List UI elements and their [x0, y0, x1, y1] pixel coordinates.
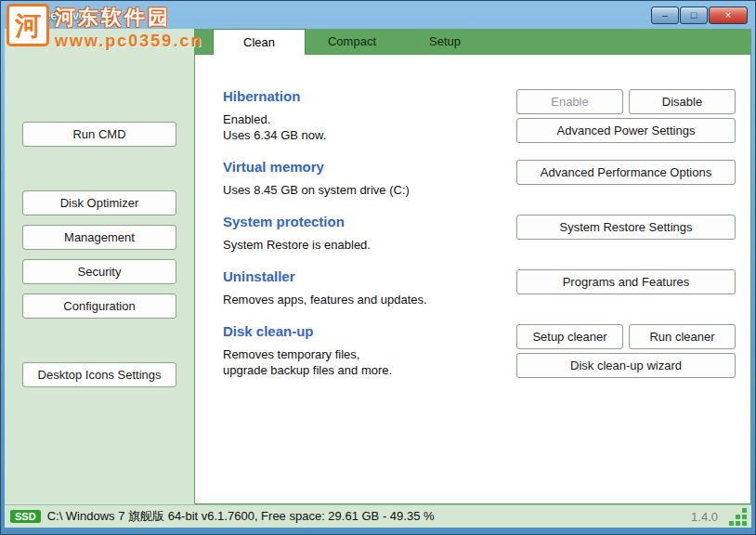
- uninstaller-section: Uninstaller Removes apps, features and u…: [223, 268, 736, 307]
- hibernation-section: Hibernation Enabled. Uses 6.34 GB now. E…: [223, 88, 736, 143]
- system-restore-status-text: System Restore is enabled.: [223, 237, 507, 253]
- disk-cleanup-wizard-button[interactable]: Disk clean-up wizard: [516, 353, 736, 378]
- hibernation-usage-text: Uses 6.34 GB now.: [223, 127, 507, 143]
- window-controls: – □ ×: [650, 7, 748, 24]
- section-title-virtual-memory: Virtual memory: [223, 159, 507, 175]
- enable-hibernation-button[interactable]: Enable: [516, 89, 623, 114]
- virtual-memory-usage-text: Uses 8.45 GB on system drive (C:): [223, 182, 507, 198]
- tab-clean[interactable]: Clean: [213, 29, 306, 55]
- disk-cleanup-section: Disk clean-up Removes temporary files, u…: [223, 323, 736, 378]
- tab-compact[interactable]: Compact: [306, 29, 398, 55]
- close-button[interactable]: ×: [709, 7, 748, 24]
- management-button[interactable]: Management: [22, 225, 176, 250]
- uninstaller-description-text: Removes apps, features and updates.: [223, 292, 507, 307]
- programs-and-features-button[interactable]: Programs and Features: [516, 269, 736, 294]
- maximize-button[interactable]: □: [680, 7, 708, 24]
- section-title-disk-cleanup: Disk clean-up: [223, 323, 507, 339]
- desktop-icons-settings-button[interactable]: Desktop Icons Settings: [22, 362, 176, 387]
- security-button[interactable]: Security: [22, 259, 176, 284]
- clean-tab-panel: Hibernation Enabled. Uses 6.34 GB now. E…: [194, 55, 751, 504]
- title-bar: FreeDriveC – □ ×: [1, 1, 755, 29]
- app-version: 1.4.0: [691, 510, 718, 524]
- client-area: Run CMD Disk Optimizer Management Securi…: [5, 29, 751, 528]
- status-bar: SSD C:\ Windows 7 旗舰版 64-bit v6.1.7600, …: [5, 504, 751, 528]
- setup-cleaner-button[interactable]: Setup cleaner: [516, 324, 623, 349]
- system-restore-settings-button[interactable]: System Restore Settings: [516, 215, 736, 240]
- section-title-hibernation: Hibernation: [223, 88, 507, 104]
- window-title: FreeDriveC: [33, 8, 94, 22]
- system-protection-section: System protection System Restore is enab…: [223, 214, 736, 253]
- app-window: FreeDriveC – □ × 河 河东软件园 www.pc0359.cn R…: [0, 0, 756, 535]
- app-icon: [12, 7, 27, 22]
- advanced-power-settings-button[interactable]: Advanced Power Settings: [516, 118, 736, 143]
- tab-bar: Clean Compact Setup: [194, 29, 751, 55]
- section-title-system-protection: System protection: [223, 214, 507, 229]
- minimize-button[interactable]: –: [651, 7, 679, 24]
- sidebar: Run CMD Disk Optimizer Management Securi…: [5, 29, 194, 504]
- disk-cleanup-description-line1: Removes temporary files,: [223, 346, 507, 362]
- configuration-button[interactable]: Configuration: [22, 294, 176, 319]
- drive-status-text: C:\ Windows 7 旗舰版 64-bit v6.1.7600, Free…: [47, 508, 691, 525]
- disable-hibernation-button[interactable]: Disable: [629, 89, 736, 114]
- advanced-performance-options-button[interactable]: Advanced Performance Options: [516, 160, 736, 185]
- virtual-memory-section: Virtual memory Uses 8.45 GB on system dr…: [223, 159, 736, 198]
- section-title-uninstaller: Uninstaller: [223, 268, 507, 284]
- hibernation-status-text: Enabled.: [223, 111, 507, 127]
- ssd-badge: SSD: [10, 510, 41, 523]
- resize-grip-icon[interactable]: [729, 508, 747, 526]
- run-cmd-button[interactable]: Run CMD: [22, 122, 176, 147]
- disk-cleanup-description-line2: upgrade backup files and more.: [223, 362, 507, 378]
- tab-setup[interactable]: Setup: [398, 29, 491, 55]
- disk-optimizer-button[interactable]: Disk Optimizer: [22, 190, 176, 215]
- run-cleaner-button[interactable]: Run cleaner: [629, 324, 736, 349]
